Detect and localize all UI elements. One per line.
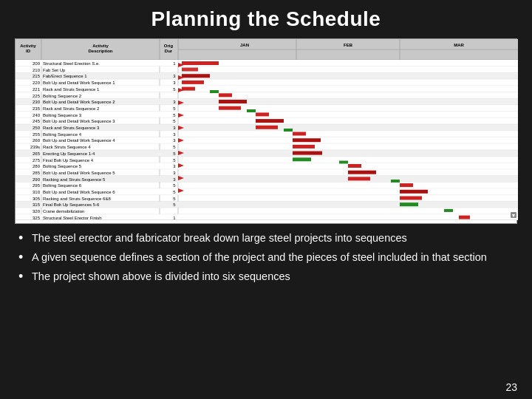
svg-text:Bolt Up and Detail Work Sequen: Bolt Up and Detail Work Sequence 6 [43,190,115,194]
svg-rect-143 [293,145,315,149]
svg-text:Bolt Up and Detail Work Sequen: Bolt Up and Detail Work Sequence 5 [43,171,115,175]
svg-text:239s: 239s [30,145,40,149]
svg-rect-151 [400,183,413,187]
svg-text:290: 290 [33,177,41,182]
svg-text:220: 220 [33,81,41,85]
svg-rect-137 [256,112,269,116]
svg-text:ID: ID [26,49,31,53]
svg-text:Orig: Orig [164,44,174,48]
svg-text:240: 240 [33,113,41,117]
svg-text:Final Bolt Up Sequence 4: Final Bolt Up Sequence 4 [43,158,94,163]
svg-text:Bolting Sequence 6: Bolting Sequence 6 [43,183,82,188]
svg-text:Activity: Activity [92,44,109,48]
svg-text:JAN: JAN [240,43,249,47]
svg-rect-135 [219,106,241,110]
svg-text:255: 255 [33,132,41,137]
svg-rect-136 [210,90,219,93]
svg-rect-155 [391,180,400,183]
svg-text:Activity: Activity [20,44,36,48]
bullet-text-1: The steel erector and fabricator break d… [32,231,407,246]
svg-text:Structural Steel Erection S.e.: Structural Steel Erection S.e. [43,61,100,66]
svg-text:285: 285 [33,171,41,175]
svg-rect-140 [247,109,256,112]
svg-text:Bolting Sequence 5: Bolting Sequence 5 [43,164,82,168]
svg-rect-138 [256,119,284,123]
svg-text:305: 305 [33,197,41,201]
gantt-chart: Activity ID Activity Description Orig Du… [15,38,517,224]
svg-rect-142 [293,138,321,142]
svg-text:Bolt Up and Detail Work Sequen: Bolt Up and Detail Work Sequence 4 [43,138,115,143]
svg-text:275: 275 [33,158,41,163]
svg-text:230: 230 [33,100,41,104]
svg-rect-148 [348,171,376,174]
svg-text:Bolt Up and Detail Work Sequen: Bolt Up and Detail Work Sequence 2 [43,100,115,104]
gantt-svg: Activity ID Activity Description Orig Du… [16,39,518,220]
svg-text:250: 250 [33,126,41,130]
svg-rect-133 [219,93,232,97]
svg-rect-145 [293,157,311,161]
bullet-item-1: • The steel erector and fabricator break… [18,231,514,246]
svg-text:225: 225 [33,94,41,98]
svg-rect-144 [293,151,322,155]
svg-text:FEB: FEB [344,43,353,47]
svg-rect-150 [339,161,348,164]
bullet-dot-3: • [18,270,32,284]
svg-text:Rack and Struts Sequence 1: Rack and Struts Sequence 1 [43,87,100,92]
svg-rect-139 [256,126,278,129]
svg-text:Bolt Up and Detail Work Sequen: Bolt Up and Detail Work Sequence 3 [43,119,115,123]
svg-text:Final Bolt Up Sequences 5-6: Final Bolt Up Sequences 5-6 [43,202,100,207]
bullet-text-2: A given sequence defines a section of th… [32,250,487,265]
svg-text:325: 325 [33,216,41,220]
bullet-item-2: • A given sequence defines a section of … [18,250,514,265]
svg-text:Dur: Dur [165,49,173,53]
slide-number: 23 [505,381,517,393]
svg-rect-130 [182,74,210,78]
svg-text:265: 265 [33,151,41,156]
svg-rect-153 [400,197,422,200]
svg-rect-152 [400,190,428,194]
svg-text:Structural Steel Erector Finis: Structural Steel Erector Finish [43,216,102,220]
svg-text:Rack and Struts Sequence 3: Rack and Struts Sequence 3 [43,126,100,130]
svg-text:295: 295 [33,183,41,188]
svg-rect-26 [16,163,518,169]
svg-text:Rack Struts Sequence 4: Rack Struts Sequence 4 [43,145,91,149]
svg-text:Bolting Sequence 2: Bolting Sequence 2 [43,94,82,98]
svg-rect-141 [293,132,306,136]
svg-text:Description: Description [88,49,112,53]
svg-rect-129 [182,68,198,72]
svg-text:310: 310 [33,190,41,194]
svg-text:Rack and Struts Sequence 2: Rack and Struts Sequence 2 [43,106,100,111]
svg-text:Bolting Sequence 3: Bolting Sequence 3 [43,113,82,117]
svg-rect-146 [284,129,293,132]
svg-text:221: 221 [33,87,41,92]
svg-text:▼: ▼ [511,213,516,218]
svg-rect-156 [444,209,453,212]
svg-rect-149 [348,177,370,180]
svg-text:Bolt Up and Detail Work Sequen: Bolt Up and Detail Work Sequence 1 [43,81,115,85]
bullet-dot-1: • [18,231,32,246]
svg-text:Racking and Struts Sequence 6&: Racking and Struts Sequence 6&8 [43,197,111,201]
svg-rect-134 [219,100,247,103]
svg-text:Erecting Up Sequence 1-4: Erecting Up Sequence 1-4 [43,151,95,156]
svg-rect-147 [348,164,361,168]
svg-text:320: 320 [33,209,41,214]
svg-text:315: 315 [33,202,41,207]
svg-rect-157 [459,216,470,219]
svg-text:Fab Set Up: Fab Set Up [43,68,66,72]
svg-text:Crane demobilization: Crane demobilization [43,209,84,214]
svg-rect-154 [400,202,418,206]
svg-text:Bolting Sequence 4: Bolting Sequence 4 [43,132,82,137]
page-title: Planning the Schedule [151,7,381,31]
svg-rect-19 [16,72,518,79]
bullet-dot-2: • [18,250,32,265]
svg-text:210: 210 [33,68,41,72]
page: Planning the Schedule Activity ID Activi… [0,0,532,399]
svg-text:280: 280 [33,164,41,168]
bullet-text-3: The project shown above is divided into … [32,270,290,284]
bullet-item-3: • The project shown above is divided int… [18,270,514,284]
svg-text:Racking and Struts Sequence 5: Racking and Struts Sequence 5 [43,177,106,182]
svg-text:260: 260 [33,138,41,143]
svg-text:235: 235 [33,106,41,111]
bullets-section: • The steel erector and fabricator break… [15,231,517,288]
svg-rect-132 [182,87,195,91]
